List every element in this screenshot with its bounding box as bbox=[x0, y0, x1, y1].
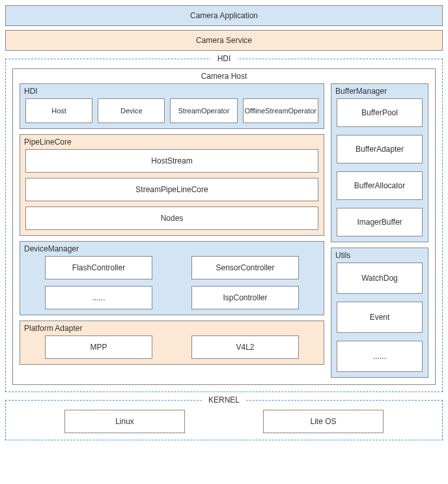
pipeline-item-label: StreamPipeLineCore bbox=[135, 185, 208, 194]
hdi-section: HDI Camera Host HDI Host Device StreamOp… bbox=[5, 59, 443, 392]
pipeline-group-label: PipeLineCore bbox=[24, 137, 72, 147]
camera-host-left-column: HDI Host Device StreamOperator OfflineSt… bbox=[20, 83, 324, 378]
device-manager-group: DeviceManager FlashController SensorCont… bbox=[20, 241, 324, 315]
bm-item-bufferpool: BufferPool bbox=[337, 98, 423, 127]
pa-item-mpp: MPP bbox=[45, 335, 152, 359]
hdi-group: HDI Host Device StreamOperator OfflineSt… bbox=[20, 83, 324, 129]
camera-service-box: Camera Service bbox=[5, 30, 443, 51]
hdi-item-offlinestreamoperator: OfflineStreamOperator bbox=[243, 98, 318, 123]
hdi-group-label: HDI bbox=[24, 87, 38, 96]
utils-item-label: WatchDog bbox=[361, 274, 398, 283]
kernel-section: KERNEL Linux Lite OS bbox=[5, 400, 443, 440]
utils-item-ellipsis: ...... bbox=[337, 341, 423, 372]
hdi-item-host: Host bbox=[25, 98, 92, 123]
kernel-item-label: Lite OS bbox=[310, 417, 336, 426]
bm-item-label: BufferPool bbox=[361, 108, 398, 117]
bm-item-imagerbuffer: ImagerBuffer bbox=[337, 208, 423, 236]
kernel-item-liteos: Lite OS bbox=[263, 410, 384, 433]
camera-host-box: Camera Host HDI Host Device StreamOperat… bbox=[12, 68, 436, 385]
camera-host-right-column: BufferManager BufferPool BufferAdapter B… bbox=[331, 83, 428, 378]
camera-host-label: Camera Host bbox=[13, 72, 435, 81]
pa-item-label: MPP bbox=[90, 343, 107, 352]
pipeline-item-nodes: Nodes bbox=[25, 206, 318, 230]
bm-item-bufferadapter: BufferAdapter bbox=[337, 135, 423, 164]
dm-item-label: FlashController bbox=[72, 263, 125, 272]
dm-item-ellipsis: ...... bbox=[45, 286, 152, 309]
hdi-item-label: StreamOperator bbox=[178, 107, 229, 115]
bm-item-label: BufferAdapter bbox=[356, 145, 404, 154]
buffer-manager-group: BufferManager BufferPool BufferAdapter B… bbox=[331, 83, 428, 242]
kernel-section-label: KERNEL bbox=[202, 395, 246, 405]
camera-application-box: Camera Application bbox=[5, 5, 443, 26]
pipeline-item-label: Nodes bbox=[161, 214, 184, 223]
pipeline-item-label: HostStream bbox=[151, 156, 192, 165]
utils-group-label: Utils bbox=[335, 251, 350, 260]
camera-service-label: Camera Service bbox=[196, 36, 252, 45]
dm-item-sensorcontroller: SensorController bbox=[191, 256, 299, 279]
bm-item-label: BufferAllocator bbox=[354, 181, 406, 190]
kernel-item-label: Linux bbox=[115, 417, 134, 426]
utils-item-watchdog: WatchDog bbox=[337, 263, 423, 294]
utils-item-event: Event bbox=[337, 302, 423, 333]
pipeline-item-streampipelinecore: StreamPipeLineCore bbox=[25, 178, 318, 201]
device-manager-group-label: DeviceManager bbox=[24, 244, 79, 253]
dm-item-flashcontroller: FlashController bbox=[45, 256, 152, 279]
dm-item-label: IspController bbox=[223, 293, 267, 302]
hdi-item-label: Host bbox=[51, 107, 66, 115]
pa-item-label: V4L2 bbox=[236, 343, 254, 352]
hdi-item-label: Device bbox=[120, 107, 143, 115]
dm-item-label: ...... bbox=[92, 293, 105, 302]
platform-adapter-group: Platform Adapter MPP V4L2 bbox=[20, 320, 324, 365]
dm-item-label: SensorController bbox=[216, 263, 274, 272]
pa-item-v4l2: V4L2 bbox=[191, 335, 299, 359]
camera-application-label: Camera Application bbox=[190, 11, 258, 20]
bm-item-label: ImagerBuffer bbox=[357, 218, 402, 227]
hdi-section-label: HDI bbox=[211, 54, 238, 63]
kernel-item-linux: Linux bbox=[64, 410, 185, 433]
utils-item-label: ...... bbox=[373, 352, 386, 361]
bm-item-bufferallocator: BufferAllocator bbox=[337, 171, 423, 200]
hdi-item-device: Device bbox=[98, 98, 165, 123]
utils-group: Utils WatchDog Event ...... bbox=[331, 248, 428, 378]
platform-adapter-group-label: Platform Adapter bbox=[24, 324, 82, 333]
buffer-manager-group-label: BufferManager bbox=[335, 87, 387, 96]
hdi-item-streamoperator: StreamOperator bbox=[170, 98, 237, 123]
hdi-item-label: OfflineStreamOperator bbox=[245, 107, 316, 115]
pipeline-item-hoststream: HostStream bbox=[25, 149, 318, 173]
dm-item-ispcontroller: IspController bbox=[191, 286, 299, 309]
pipeline-group: PipeLineCore HostStream StreamPipeLineCo… bbox=[20, 134, 324, 236]
utils-item-label: Event bbox=[370, 313, 390, 322]
